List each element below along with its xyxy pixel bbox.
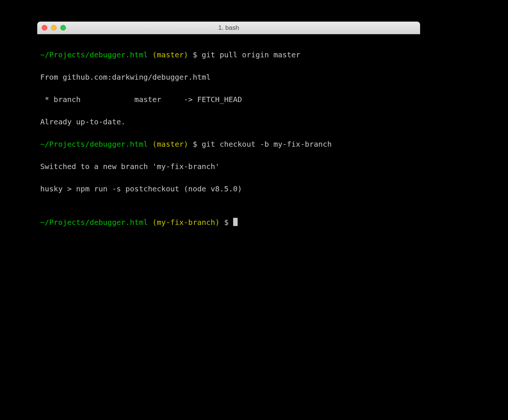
prompt-branch: master: [157, 50, 184, 59]
prompt-branch-close: ): [184, 140, 188, 149]
cursor-icon: [233, 218, 238, 226]
prompt-branch-close: ): [184, 50, 188, 59]
minimize-icon[interactable]: [51, 25, 57, 31]
prompt-line: ~/Projects/debugger.html (master) $ git …: [40, 139, 417, 150]
output-line: * branch master -> FETCH_HEAD: [40, 94, 417, 105]
traffic-lights: [42, 25, 66, 31]
prompt-branch: master: [157, 140, 184, 149]
output-line: Switched to a new branch 'my-fix-branch': [40, 161, 417, 172]
command-text: git pull origin master: [202, 50, 301, 59]
prompt-branch-open: (: [148, 50, 157, 59]
window-title: 1. bash: [37, 24, 420, 32]
prompt-dollar: $: [188, 140, 201, 149]
command-text: git checkout -b my-fix-branch: [202, 140, 332, 149]
output-line: husky > npm run -s postcheckout (node v8…: [40, 183, 417, 194]
output-line: From github.com:darkwing/debugger.html: [40, 71, 417, 83]
prompt-path: ~/Projects/debugger.html: [40, 50, 148, 59]
window-titlebar[interactable]: 1. bash: [37, 22, 420, 34]
prompt-path: ~/Projects/debugger.html: [40, 140, 148, 149]
output-line: Already up-to-date.: [40, 116, 417, 127]
prompt-line: ~/Projects/debugger.html (my-fix-branch)…: [40, 217, 417, 228]
prompt-dollar: $: [220, 218, 233, 227]
prompt-branch-open: (: [148, 218, 157, 227]
prompt-branch: my-fix-branch: [157, 218, 215, 227]
prompt-dollar: $: [188, 50, 201, 59]
close-icon[interactable]: [42, 25, 47, 31]
terminal-window: 1. bash ~/Projects/debugger.html (master…: [37, 22, 420, 366]
terminal-body[interactable]: ~/Projects/debugger.html (master) $ git …: [37, 34, 420, 254]
prompt-line: ~/Projects/debugger.html (master) $ git …: [40, 49, 417, 60]
prompt-branch-open: (: [148, 140, 157, 149]
prompt-path: ~/Projects/debugger.html: [40, 218, 148, 227]
maximize-icon[interactable]: [60, 25, 66, 31]
prompt-branch-close: ): [215, 218, 220, 227]
